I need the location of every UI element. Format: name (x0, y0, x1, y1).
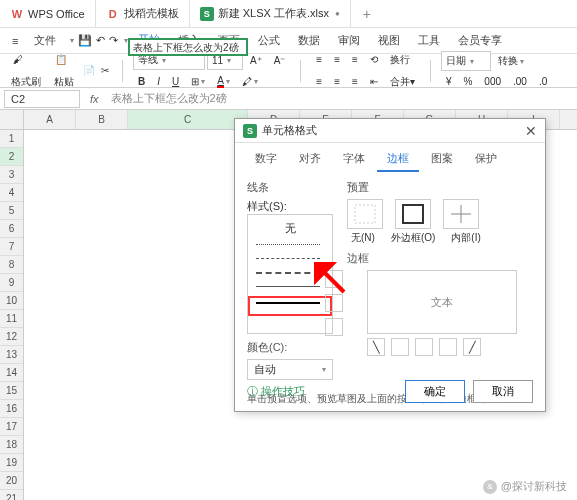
border-middle-h-button[interactable] (325, 294, 343, 312)
indent-left-icon[interactable]: ⇤ (365, 72, 383, 92)
save-icon[interactable]: 💾 (78, 34, 92, 47)
select-all-corner[interactable] (0, 110, 24, 130)
cell-c2[interactable]: 表格上下框怎么改为2磅 (128, 38, 248, 56)
row-header[interactable]: 14 (0, 364, 23, 382)
tab-number[interactable]: 数字 (245, 147, 287, 172)
convert-button[interactable]: 转换▾ (493, 51, 529, 71)
tab-wps-office[interactable]: W WPS Office (0, 0, 96, 27)
decrease-font-icon[interactable]: A⁻ (269, 50, 291, 70)
row-header[interactable]: 18 (0, 436, 23, 454)
border-top-button[interactable] (325, 270, 343, 288)
align-center-icon[interactable]: ≡ (329, 72, 345, 92)
undo-icon[interactable]: ↶ (96, 34, 105, 47)
align-middle-icon[interactable]: ≡ (329, 50, 345, 70)
row-header[interactable]: 17 (0, 418, 23, 436)
name-box[interactable]: C2 (4, 90, 80, 108)
merge-icon[interactable]: 合并▾ (385, 72, 420, 92)
row-header[interactable]: 5 (0, 202, 23, 220)
color-select[interactable]: 自动 ▾ (247, 359, 333, 380)
comma-icon[interactable]: 000 (479, 73, 506, 90)
help-link[interactable]: ⓘ 操作技巧 (247, 384, 305, 399)
tab-document[interactable]: S 新建 XLSX 工作表.xlsx ● (190, 0, 351, 27)
fx-icon[interactable]: fx (84, 93, 105, 105)
dialog-titlebar[interactable]: S 单元格格式 ✕ (235, 119, 545, 143)
line-style-list[interactable]: 无 (247, 214, 333, 334)
preset-inside-button[interactable] (443, 199, 479, 229)
cut-icon[interactable]: ✂ (98, 64, 112, 78)
col-header-j[interactable]: J (560, 110, 577, 129)
align-left-icon[interactable]: ≡ (311, 72, 327, 92)
bold-icon[interactable]: B (133, 72, 150, 91)
row-header[interactable]: 1 (0, 130, 23, 148)
line-style-dashed[interactable] (256, 258, 320, 266)
align-right-icon[interactable]: ≡ (347, 72, 363, 92)
row-header[interactable]: 6 (0, 220, 23, 238)
file-dropdown-icon[interactable]: ▾ (70, 36, 74, 45)
copy-icon[interactable]: 📄 (82, 64, 96, 78)
row-header[interactable]: 9 (0, 274, 23, 292)
align-bottom-icon[interactable]: ≡ (347, 50, 363, 70)
tab-template[interactable]: D 找稻壳模板 (96, 0, 190, 27)
line-style-dotted[interactable] (256, 244, 320, 252)
row-header[interactable]: 7 (0, 238, 23, 256)
tab-border[interactable]: 边框 (377, 147, 419, 172)
hamburger-icon[interactable]: ≡ (8, 35, 22, 47)
col-header-c[interactable]: C (128, 110, 248, 129)
row-header[interactable]: 2 (0, 148, 23, 166)
decimal-dec-icon[interactable]: .0 (534, 73, 552, 90)
border-middle-v-button[interactable] (415, 338, 433, 356)
border-icon[interactable]: ⊞▾ (186, 72, 210, 91)
wrap-button[interactable]: 换行 (385, 50, 415, 70)
italic-icon[interactable]: I (152, 72, 165, 91)
border-preview[interactable]: 文本 (367, 270, 517, 334)
preset-none-button[interactable] (347, 199, 383, 229)
row-header[interactable]: 15 (0, 382, 23, 400)
border-bottom-button[interactable] (325, 318, 343, 336)
tab-add-button[interactable]: + (351, 6, 383, 22)
row-header[interactable]: 4 (0, 184, 23, 202)
border-diag-up-button[interactable]: ╱ (463, 338, 481, 356)
preset-outline-button[interactable] (395, 199, 431, 229)
style-none[interactable]: 无 (252, 219, 328, 238)
row-header[interactable]: 8 (0, 256, 23, 274)
line-style-dashdot[interactable] (256, 272, 320, 280)
line-style-thick-selected[interactable] (252, 300, 328, 312)
row-header[interactable]: 3 (0, 166, 23, 184)
fill-color-icon[interactable]: 🖍▾ (237, 72, 263, 91)
number-format-select[interactable]: 日期▾ (441, 51, 491, 71)
format-painter-button[interactable]: 🖌 (6, 50, 46, 70)
row-header[interactable]: 21 (0, 490, 23, 500)
border-left-button[interactable] (391, 338, 409, 356)
ok-button[interactable]: 确定 (405, 380, 465, 403)
increase-font-icon[interactable]: A⁺ (245, 50, 267, 70)
col-header-b[interactable]: B (76, 110, 128, 129)
orientation-icon[interactable]: ⟲ (365, 50, 383, 70)
tab-font[interactable]: 字体 (333, 147, 375, 172)
row-header[interactable]: 19 (0, 454, 23, 472)
row-header[interactable]: 16 (0, 400, 23, 418)
tab-dropdown-icon[interactable]: ● (335, 9, 340, 18)
menu-vip[interactable]: 会员专享 (450, 29, 510, 52)
formula-input[interactable]: 表格上下框怎么改为2磅 (105, 91, 233, 106)
row-header[interactable]: 10 (0, 292, 23, 310)
align-top-icon[interactable]: ≡ (311, 50, 327, 70)
row-header[interactable]: 11 (0, 310, 23, 328)
percent-icon[interactable]: % (458, 73, 477, 90)
line-style-thin[interactable] (256, 286, 320, 294)
cancel-button[interactable]: 取消 (473, 380, 533, 403)
close-button[interactable]: ✕ (525, 123, 537, 139)
decimal-inc-icon[interactable]: .00 (508, 73, 532, 90)
currency-icon[interactable]: ¥ (441, 73, 457, 90)
col-header-a[interactable]: A (24, 110, 76, 129)
font-color-icon[interactable]: A▾ (212, 72, 235, 91)
tab-protect[interactable]: 保护 (465, 147, 507, 172)
redo-icon[interactable]: ↷ (109, 34, 118, 47)
row-header[interactable]: 12 (0, 328, 23, 346)
tab-align[interactable]: 对齐 (289, 147, 331, 172)
border-right-button[interactable] (439, 338, 457, 356)
row-header[interactable]: 20 (0, 472, 23, 490)
menu-formula[interactable]: 公式 (250, 29, 288, 52)
underline-icon[interactable]: U (167, 72, 184, 91)
paste-button[interactable]: 📋 (49, 50, 79, 70)
row-header[interactable]: 13 (0, 346, 23, 364)
